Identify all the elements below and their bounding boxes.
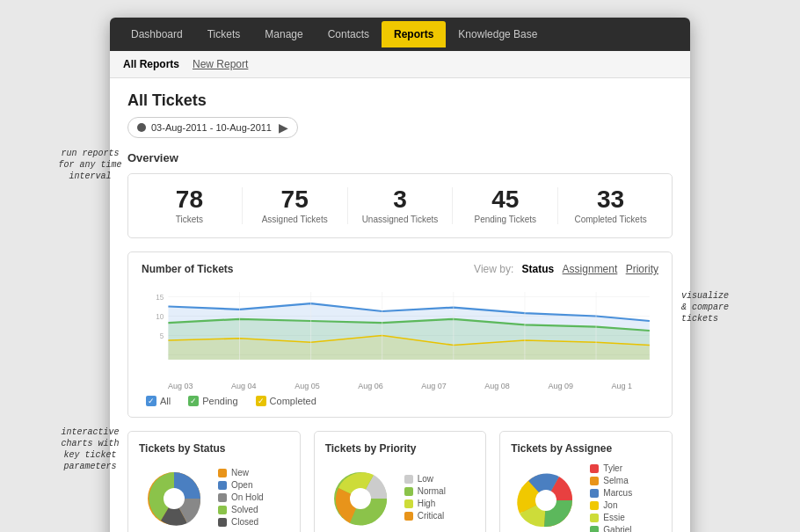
nav-manage[interactable]: Manage xyxy=(252,21,315,47)
legend-tyler: Tyler xyxy=(590,463,661,473)
sub-nav: All Reports New Report xyxy=(110,51,690,78)
assignee-chart-title: Tickets by Assignee xyxy=(511,442,661,455)
stat-completed-number: 33 xyxy=(567,187,654,212)
status-chart-card: Tickets by Status xyxy=(127,431,301,532)
line-chart-title: Number of Tickets xyxy=(142,263,233,275)
priority-chart-card: Tickets by Priority xyxy=(314,431,487,532)
overview-title: Overview xyxy=(127,151,673,164)
assignee-chart-card: Tickets by Assignee xyxy=(499,431,673,532)
legend-essie-label: Essie xyxy=(603,513,624,522)
subnav-all-reports[interactable]: All Reports xyxy=(123,58,179,70)
date-range-text: 03-Aug-2011 - 10-Aug-2011 xyxy=(151,122,272,133)
legend-normal-label: Normal xyxy=(418,486,446,496)
legend-selma: Selma xyxy=(590,476,661,485)
x-label-aug04: Aug 04 xyxy=(231,382,257,390)
legend-all[interactable]: ✓ All xyxy=(146,396,171,406)
page-title: All Tickets xyxy=(127,91,673,110)
main-content: All Tickets 03-Aug-2011 - 10-Aug-2011 ▶ … xyxy=(110,78,690,532)
view-by-priority[interactable]: Priority xyxy=(626,263,658,275)
legend-open-label: Open xyxy=(231,480,252,490)
legend-selma-dot xyxy=(590,477,599,485)
stat-tickets-number: 78 xyxy=(146,187,233,212)
line-chart: 15 10 5 xyxy=(142,282,658,379)
nav-contacts[interactable]: Contacts xyxy=(316,21,382,47)
assignee-chart-content: Tyler Selma Marcus xyxy=(511,463,661,532)
legend-normal-dot xyxy=(404,487,413,496)
subnav-new-report[interactable]: New Report xyxy=(193,58,248,70)
overview-card: 78 Tickets 75 Assigned Tickets 3 Unassig… xyxy=(127,173,673,238)
date-next-icon[interactable]: ▶ xyxy=(279,120,288,135)
view-by-status[interactable]: Status xyxy=(522,263,555,275)
annotation-charts: interactivecharts withkey ticketparamete… xyxy=(57,426,123,472)
legend-new-label: New xyxy=(231,468,249,477)
annotation-time-interval: run reportsfor any timeinterval xyxy=(57,148,123,182)
assignee-legend: Tyler Selma Marcus xyxy=(590,463,661,532)
legend-closed-label: Closed xyxy=(231,517,258,527)
legend-onhold-dot xyxy=(218,493,227,502)
svg-point-21 xyxy=(535,490,556,511)
svg-text:10: 10 xyxy=(156,311,164,320)
legend-tyler-dot xyxy=(590,464,599,473)
status-legend: New Open On Hold xyxy=(218,468,289,529)
legend-low: Low xyxy=(404,474,476,484)
legend-jon-dot xyxy=(590,501,599,510)
legend-completed-label: Completed xyxy=(270,396,316,406)
legend-pending-checkbox: ✓ xyxy=(188,396,199,406)
date-range-selector[interactable]: 03-Aug-2011 - 10-Aug-2011 ▶ xyxy=(127,117,298,138)
svg-text:15: 15 xyxy=(156,292,164,301)
chart-legend: ✓ All ✓ Pending ✓ Completed xyxy=(142,396,658,406)
legend-marcus-label: Marcus xyxy=(603,488,632,498)
priority-legend: Low Normal High xyxy=(404,474,476,523)
legend-pending-label: Pending xyxy=(202,396,237,406)
legend-gabriel-dot xyxy=(590,526,599,533)
legend-new-dot xyxy=(218,469,227,477)
stat-assigned: 75 Assigned Tickets xyxy=(243,187,348,224)
stat-tickets-label: Tickets xyxy=(146,215,233,224)
legend-completed-checkbox: ✓ xyxy=(256,396,266,406)
nav-knowledge-base[interactable]: Knowledge Base xyxy=(446,21,549,47)
x-label-aug06: Aug 06 xyxy=(358,382,383,390)
legend-open-dot xyxy=(218,481,227,490)
legend-gabriel: Gabriel xyxy=(590,525,661,532)
legend-normal: Normal xyxy=(404,486,476,496)
x-label-aug1: Aug 1 xyxy=(611,382,632,390)
legend-critical: Critical xyxy=(404,511,476,521)
legend-pending[interactable]: ✓ Pending xyxy=(188,396,237,406)
stat-pending-label: Pending Tickets xyxy=(462,215,549,224)
svg-text:5: 5 xyxy=(160,331,164,339)
legend-marcus-dot xyxy=(590,489,599,498)
stat-completed: 33 Completed Tickets xyxy=(558,187,663,224)
x-label-aug03: Aug 03 xyxy=(168,382,193,390)
legend-solved-label: Solved xyxy=(231,505,258,514)
browser-window: Dashboard Tickets Manage Contacts Report… xyxy=(110,18,690,532)
annotation-visualize: visualize& comparetickets xyxy=(681,290,752,324)
bottom-charts: Tickets by Status xyxy=(127,431,673,532)
stat-unassigned: 3 Unassigned Tickets xyxy=(348,187,454,224)
legend-marcus: Marcus xyxy=(590,488,661,498)
legend-low-dot xyxy=(404,475,413,484)
date-dot-icon xyxy=(137,123,146,132)
priority-chart-content: Low Normal High xyxy=(325,463,476,532)
stat-pending: 45 Pending Tickets xyxy=(453,187,558,224)
legend-onhold: On Hold xyxy=(218,492,289,502)
view-by-controls: View by: Status Assignment Priority xyxy=(474,263,658,275)
legend-gabriel-label: Gabriel xyxy=(603,525,631,532)
priority-chart-title: Tickets by Priority xyxy=(325,442,476,455)
nav-tickets[interactable]: Tickets xyxy=(195,21,253,47)
status-chart-content: New Open On Hold xyxy=(139,463,289,532)
view-by-assignment[interactable]: Assignment xyxy=(563,263,618,275)
legend-selma-label: Selma xyxy=(603,476,628,485)
legend-closed-dot xyxy=(218,518,227,527)
stat-completed-label: Completed Tickets xyxy=(567,215,654,224)
stat-unassigned-label: Unassigned Tickets xyxy=(357,215,444,224)
legend-solved: Solved xyxy=(218,505,289,514)
legend-all-label: All xyxy=(160,396,171,406)
svg-point-19 xyxy=(350,488,371,509)
legend-critical-dot xyxy=(404,512,413,521)
chart-header: Number of Tickets View by: Status Assign… xyxy=(142,263,658,275)
nav-reports[interactable]: Reports xyxy=(382,21,446,47)
legend-completed[interactable]: ✓ Completed xyxy=(256,396,316,406)
view-by-label: View by: xyxy=(474,263,513,275)
x-label-aug05: Aug 05 xyxy=(295,382,320,390)
nav-dashboard[interactable]: Dashboard xyxy=(119,21,195,47)
